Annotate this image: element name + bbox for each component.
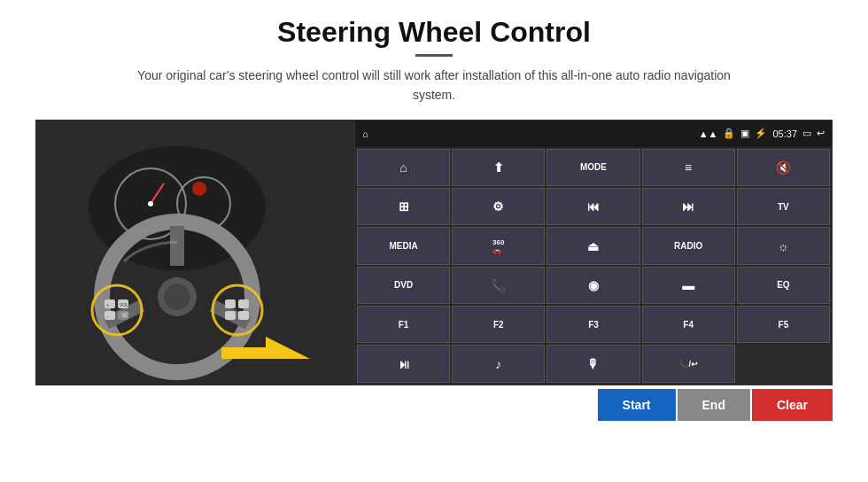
- btn-360[interactable]: 360🚗: [452, 227, 545, 264]
- time-display: 05:37: [772, 128, 797, 139]
- btn-dvd[interactable]: DVD: [357, 267, 450, 304]
- lock-icon: 🔒: [723, 128, 735, 139]
- btn-f5[interactable]: F5: [737, 306, 830, 343]
- home-icon: ⌂: [362, 128, 368, 139]
- statusbar-right: ▲▲ 🔒 ▣ ⚡ 05:37 ▭ ↩: [699, 128, 825, 139]
- statusbar-left: ⌂: [362, 128, 368, 139]
- btn-prev[interactable]: ⏮: [546, 188, 639, 225]
- clear-button[interactable]: Clear: [752, 389, 833, 421]
- sd-icon: ▣: [740, 128, 749, 139]
- btn-music[interactable]: ♪: [452, 345, 545, 382]
- svg-point-5: [148, 201, 153, 206]
- monitor-icon: ▭: [802, 128, 811, 139]
- bottom-bar: Start End Clear: [35, 389, 833, 421]
- btn-f2[interactable]: F2: [452, 306, 545, 343]
- svg-text:VOL: VOL: [120, 302, 128, 307]
- page-subtitle: Your original car's steering wheel contr…: [124, 66, 744, 105]
- btn-screen[interactable]: ▬: [642, 267, 735, 304]
- btn-360-cam[interactable]: ◉: [546, 267, 639, 304]
- android-statusbar: ⌂ ▲▲ 🔒 ▣ ⚡ 05:37 ▭ ↩: [355, 120, 832, 147]
- svg-text:+: +: [106, 302, 110, 307]
- btn-eq[interactable]: EQ: [737, 267, 830, 304]
- btn-f1[interactable]: F1: [357, 306, 450, 343]
- bluetooth-icon: ⚡: [755, 128, 767, 139]
- steering-wheel-image: + VOL - ☏: [35, 120, 354, 385]
- android-panel: ⌂ ▲▲ 🔒 ▣ ⚡ 05:37 ▭ ↩ ⌂ ⬆ MODE ≡: [354, 120, 833, 385]
- btn-radio[interactable]: RADIO: [642, 227, 735, 264]
- btn-f3[interactable]: F3: [546, 306, 639, 343]
- btn-mute[interactable]: 🔇: [737, 149, 830, 186]
- btn-brightness[interactable]: ☼: [737, 227, 830, 264]
- btn-mode[interactable]: MODE: [546, 149, 639, 186]
- btn-navigate[interactable]: ⬆: [452, 149, 545, 186]
- btn-apps[interactable]: ⊞: [357, 188, 450, 225]
- svg-point-6: [192, 182, 206, 196]
- btn-eject[interactable]: ⏏: [546, 227, 639, 264]
- content-area: + VOL - ☏: [35, 120, 833, 385]
- btn-list[interactable]: ≡: [642, 149, 735, 186]
- btn-next[interactable]: ⏭: [642, 188, 735, 225]
- title-divider: [415, 54, 453, 57]
- btn-playpause[interactable]: ⏯: [357, 345, 450, 382]
- btn-home[interactable]: ⌂: [357, 149, 450, 186]
- start-button[interactable]: Start: [598, 389, 676, 421]
- svg-text:☏: ☏: [120, 311, 129, 319]
- btn-call-hangup[interactable]: 📞/↩: [642, 345, 735, 382]
- end-button[interactable]: End: [678, 389, 750, 421]
- btn-tv[interactable]: TV: [737, 188, 830, 225]
- svg-text:-: -: [106, 314, 108, 319]
- svg-rect-25: [225, 311, 236, 320]
- wifi-icon: ▲▲: [699, 128, 718, 139]
- btn-mic[interactable]: 🎙: [546, 345, 639, 382]
- svg-rect-24: [238, 299, 249, 308]
- back-icon: ↩: [817, 128, 825, 139]
- btn-phone[interactable]: 📞: [452, 267, 545, 304]
- btn-media[interactable]: MEDIA: [357, 227, 450, 264]
- svg-rect-26: [238, 311, 249, 320]
- page-title: Steering Wheel Control: [277, 16, 591, 49]
- svg-point-12: [164, 284, 190, 310]
- btn-f4[interactable]: F4: [642, 306, 735, 343]
- svg-rect-28: [221, 347, 267, 359]
- svg-rect-23: [225, 299, 236, 308]
- android-button-grid: ⌂ ⬆ MODE ≡ 🔇 ⊞ ⚙ ⏮ ⏭ TV MEDIA 360🚗 ⏏ RAD…: [355, 147, 832, 385]
- btn-settings[interactable]: ⚙: [452, 188, 545, 225]
